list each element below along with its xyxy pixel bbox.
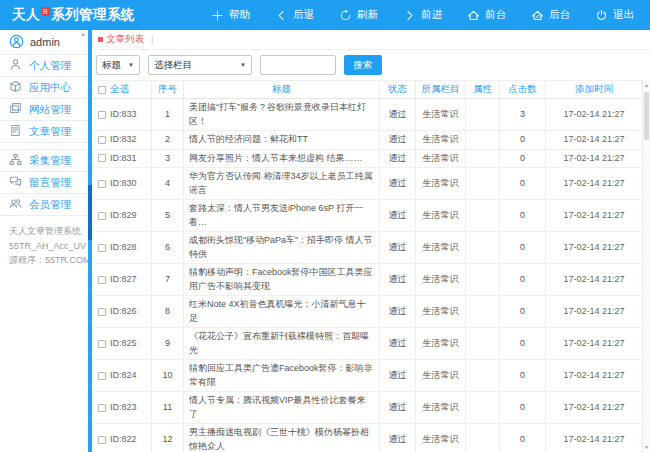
row-status: 通过 (380, 296, 416, 327)
row-title-link[interactable]: 套路太深：情人节男友送iPhone 6sP 打开一看… (184, 200, 380, 231)
select-all-checkbox[interactable] (98, 86, 106, 94)
article-table: 全选 序号 标题 状态 所属栏目 属性 点击数 添加时间 ID:833 1 美团… (92, 80, 642, 452)
topbar-action-label: 后退 (293, 8, 314, 22)
row-title-link[interactable]: 《花花公子》宣布重新刊载裸模特照：首期曝光 (184, 328, 380, 359)
row-id: ID:824 (110, 369, 137, 383)
row-id: ID:825 (110, 337, 137, 351)
row-checkbox[interactable] (98, 212, 106, 220)
topbar-action-button[interactable]: 后台 (531, 8, 570, 22)
row-checkbox[interactable] (98, 308, 106, 316)
sidebar-main-item[interactable]: 文章管理 (0, 121, 88, 143)
header-category: 所属栏目 (416, 81, 466, 98)
tab-bar: 文章列表 | (92, 30, 650, 50)
row-category: 生活常识 (416, 264, 466, 295)
header-date: 添加时间 (546, 81, 642, 98)
main-scrollbar-thumb[interactable] (644, 92, 649, 140)
row-number: 2 (152, 131, 184, 149)
row-checkbox[interactable] (98, 111, 106, 119)
row-title-link[interactable]: 情人节的经济问题：鲜花和TT (184, 131, 380, 149)
row-category: 生活常识 (416, 99, 466, 130)
row-attribute (466, 131, 500, 149)
table-row: ID:830 4 华为官方否认传闻 称清理34岁以上老员工纯属谣言 通过 生活常… (92, 168, 642, 200)
row-checkbox[interactable] (98, 154, 106, 162)
row-checkbox[interactable] (98, 340, 106, 348)
sidebar-footer-line: 源程序：55TR.COM (9, 253, 85, 268)
field-select[interactable]: 标题 ▼ (96, 55, 140, 75)
row-attribute (466, 150, 500, 168)
header-select-all: 全选 (110, 83, 129, 96)
row-title-link[interactable]: 美团搞“打车”服务？谷歌街景竟收录日本红灯区！ (184, 99, 380, 130)
sidebar: ▲ admin 个人管理 应用中心 网站管理 文章管理 采集管理 留言管理 会员… (0, 30, 88, 452)
sidebar-footer-line: 55TR_AH_Acc_UV (9, 239, 85, 254)
tab-article-list-active[interactable]: 文章列表 (98, 33, 144, 46)
field-select-value: 标题 (102, 59, 121, 72)
row-checkbox[interactable] (98, 136, 106, 144)
row-title-link[interactable]: 网友分享照片：情人节本来想虚构 结果…… (184, 150, 380, 168)
admin-user-row[interactable]: admin (0, 30, 88, 55)
refresh-icon (339, 9, 352, 22)
sidebar-main-item[interactable]: 会员管理 (0, 194, 88, 216)
search-button[interactable]: 搜索 (344, 55, 382, 75)
row-checkbox[interactable] (98, 404, 106, 412)
row-title-link[interactable]: 猎豹移动声明：Facebook暂停中国区工具类应用广告不影响其变现 (184, 264, 380, 295)
row-status: 通过 (380, 424, 416, 452)
row-attribute (466, 424, 500, 452)
row-date: 17-02-14 21:27 (546, 99, 642, 130)
row-attribute (466, 296, 500, 327)
category-select[interactable]: 选择栏目 ▼ (148, 55, 252, 75)
topbar-action-button[interactable]: 前进 (403, 8, 442, 22)
table-row: ID:824 10 猎豹回应工具类广告遭Facebook暂停：影响非常有限 通过… (92, 360, 642, 392)
row-category: 生活常识 (416, 328, 466, 359)
home-edit-icon (531, 9, 544, 22)
topbar-action-button[interactable]: 刷新 (339, 8, 378, 22)
sidebar-main-item[interactable]: 应用中心 (0, 77, 88, 99)
scroll-up-icon[interactable]: ▲ (643, 82, 650, 88)
row-clicks: 0 (500, 360, 546, 391)
row-category: 生活常识 (416, 150, 466, 168)
topbar-action-button[interactable]: 前台 (467, 8, 506, 22)
sidebar-main-item-label: 应用中心 (29, 81, 71, 95)
scroll-down-icon[interactable]: ▼ (643, 444, 650, 450)
row-status: 通过 (380, 200, 416, 231)
sidebar-main-item[interactable]: 个人管理 (0, 55, 88, 77)
topbar-actions: 帮助 后退 刷新 前进 前台 后台 退出 (211, 8, 634, 22)
row-category: 生活常识 (416, 168, 466, 199)
table-row: ID:825 9 《花花公子》宣布重新刊载裸模特照：首期曝光 通过 生活常识 0… (92, 328, 642, 360)
topbar-action-label: 刷新 (357, 8, 378, 22)
sidebar-main-item[interactable]: 采集管理 (0, 150, 88, 172)
row-status: 通过 (380, 99, 416, 130)
row-title-link[interactable]: 成都街头惊现“移动PaPa车”：招手即停 情人节特供 (184, 232, 380, 263)
search-input[interactable] (260, 55, 336, 75)
row-checkbox[interactable] (98, 436, 106, 444)
chevron-right-icon (403, 9, 416, 22)
sidebar-scroll-up-icon[interactable]: ▲ (80, 31, 86, 37)
sidebar-main-item[interactable]: 留言管理 (0, 172, 88, 194)
row-checkbox[interactable] (98, 372, 106, 380)
table-header-row: 全选 序号 标题 状态 所属栏目 属性 点击数 添加时间 (92, 80, 642, 99)
topbar-action-label: 前台 (485, 8, 506, 22)
row-status: 通过 (380, 168, 416, 199)
row-title-link[interactable]: 男主播痴迷电视剧《三世十桃》模仿杨幂扮相惊艳众人 (184, 424, 380, 452)
row-checkbox[interactable] (98, 244, 106, 252)
category-select-value: 选择栏目 (154, 59, 192, 72)
row-id: ID:823 (110, 401, 137, 415)
topbar-action-button[interactable]: 后退 (275, 8, 314, 22)
row-category: 生活常识 (416, 131, 466, 149)
row-title-link[interactable]: 华为官方否认传闻 称清理34岁以上老员工纯属谣言 (184, 168, 380, 199)
sidebar-main-item[interactable]: 网站管理 (0, 99, 88, 121)
row-checkbox[interactable] (98, 180, 106, 188)
row-title-link[interactable]: 红米Note 4X初音色真机曝光：小清新气息十足 (184, 296, 380, 327)
logo-text-left: 天人 (12, 7, 40, 22)
row-checkbox[interactable] (98, 276, 106, 284)
topbar-action-button[interactable]: 退出 (595, 8, 634, 22)
row-clicks: 0 (500, 392, 546, 423)
logo-text-right: 系列管理系统 (51, 7, 135, 22)
topbar-action-button[interactable]: 帮助 (211, 8, 250, 22)
main-scrollbar[interactable]: ▲ ▼ (642, 80, 650, 452)
row-status: 通过 (380, 328, 416, 359)
row-clicks: 0 (500, 131, 546, 149)
sidebar-main-item-label: 采集管理 (29, 154, 71, 168)
row-title-link[interactable]: 情人节专属：腾讯视频VIP最具性价比套餐来了 (184, 392, 380, 423)
row-attribute (466, 99, 500, 130)
row-title-link[interactable]: 猎豹回应工具类广告遭Facebook暂停：影响非常有限 (184, 360, 380, 391)
